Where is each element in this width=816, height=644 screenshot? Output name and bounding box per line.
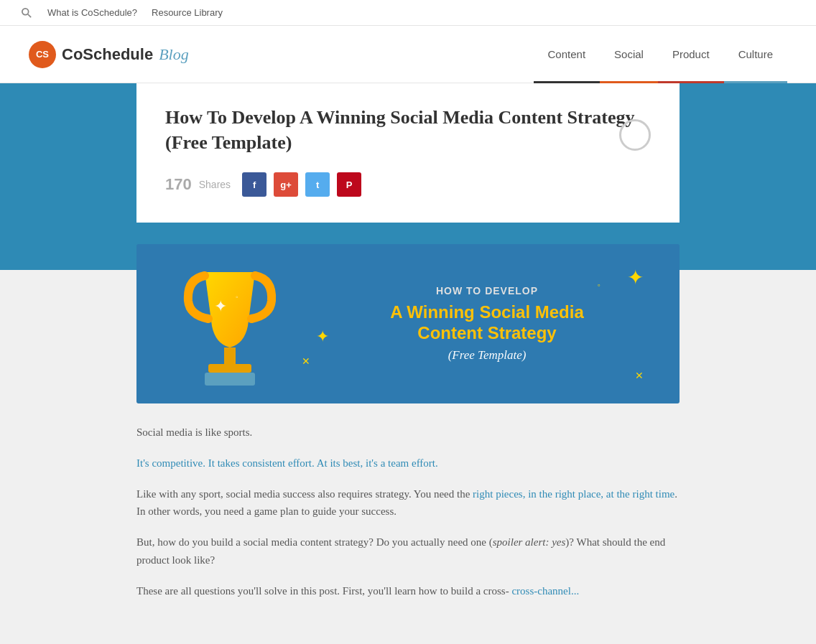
main-nav: Content Social Product Culture bbox=[534, 26, 787, 83]
pinterest-icon: P bbox=[346, 179, 353, 190]
logo-text: CoSchedule bbox=[62, 45, 153, 64]
top-bar: What is CoSchedule? Resource Library bbox=[0, 0, 816, 26]
svg-rect-3 bbox=[208, 364, 251, 373]
featured-image: ✦ ◦ ✕ ✕ ✦ bbox=[136, 244, 680, 403]
body-p3-link-pieces[interactable]: right pieces, in the right place, at the… bbox=[473, 488, 674, 500]
svg-point-0 bbox=[22, 8, 29, 14]
resource-library-link[interactable]: Resource Library bbox=[152, 7, 223, 18]
body-p1: Social media is like sports. bbox=[136, 424, 680, 442]
sparkle-bottom-icon: ✕ bbox=[302, 355, 310, 368]
search-icon[interactable] bbox=[22, 8, 33, 18]
pinterest-share-button[interactable]: P bbox=[337, 172, 361, 197]
body-p2: It's competitive. It takes consistent ef… bbox=[136, 454, 680, 472]
logo-icon: CS bbox=[29, 41, 56, 68]
nav-social[interactable]: Social bbox=[600, 26, 658, 83]
body-p3-text: Like with any sport, social media succes… bbox=[136, 488, 473, 500]
fi-title: A Winning Social MediaContent Strategy bbox=[316, 302, 658, 344]
gplus-share-button[interactable]: g+ bbox=[274, 172, 298, 197]
article-header-card: How To Develop A Winning Social Media Co… bbox=[136, 83, 680, 223]
featured-image-text: HOW TO DEVELOP A Winning Social MediaCon… bbox=[302, 285, 658, 363]
svg-rect-2 bbox=[224, 347, 236, 365]
nav-content[interactable]: Content bbox=[534, 26, 601, 83]
featured-image-trophy: ✦ ◦ bbox=[158, 258, 302, 391]
svg-rect-4 bbox=[205, 373, 255, 386]
body-p5-link[interactable]: cross-channel... bbox=[509, 585, 579, 597]
logo-blog: Blog bbox=[159, 45, 189, 64]
body-p4: But, how do you build a social media con… bbox=[136, 533, 680, 569]
shares-row: 170 Shares f g+ t P bbox=[165, 172, 651, 197]
body-p5-text: These are all questions you'll solve in … bbox=[136, 585, 509, 597]
loading-circle bbox=[619, 119, 651, 151]
shares-label: Shares bbox=[199, 179, 231, 190]
fi-subtitle2: (Free Template) bbox=[316, 348, 658, 363]
twitter-share-button[interactable]: t bbox=[305, 172, 330, 197]
hero-section: How To Develop A Winning Social Media Co… bbox=[0, 83, 816, 223]
body-p4-start: But, how do you build a social media con… bbox=[136, 536, 493, 548]
facebook-icon: f bbox=[253, 179, 256, 190]
sparkle-large-icon: ✦ bbox=[316, 327, 329, 346]
body-p3: Like with any sport, social media succes… bbox=[136, 485, 680, 521]
gplus-icon: g+ bbox=[280, 179, 292, 190]
header: CS CoSchedule Blog Content Social Produc… bbox=[0, 26, 816, 83]
what-is-coschedule-link[interactable]: What is CoSchedule? bbox=[47, 7, 137, 18]
svg-text:◦: ◦ bbox=[236, 293, 238, 301]
facebook-share-button[interactable]: f bbox=[242, 172, 266, 197]
sparkle-icon: ✦ bbox=[627, 266, 644, 289]
article-title: How To Develop A Winning Social Media Co… bbox=[165, 105, 651, 155]
sparkle-bottom-right-icon: ✕ bbox=[635, 370, 644, 382]
body-p4-italic: spoiler alert: yes bbox=[493, 536, 566, 548]
nav-product[interactable]: Product bbox=[658, 26, 724, 83]
content-section: ✦ ◦ ✕ ✕ ✦ bbox=[0, 223, 816, 641]
fi-subtitle: HOW TO DEVELOP bbox=[316, 285, 658, 297]
nav-culture[interactable]: Culture bbox=[724, 26, 787, 83]
article-body: Social media is like sports. It's compet… bbox=[136, 424, 680, 599]
shares-count: 170 bbox=[165, 175, 192, 194]
twitter-icon: t bbox=[316, 179, 319, 190]
body-p2-link[interactable]: It's competitive. It takes consistent ef… bbox=[136, 457, 438, 469]
svg-line-1 bbox=[28, 14, 31, 17]
logo[interactable]: CS CoSchedule Blog bbox=[29, 41, 189, 68]
trophy-svg: ✦ ◦ bbox=[172, 258, 287, 391]
sparkle-small-icon: ◦ bbox=[598, 280, 601, 291]
body-p5: These are all questions you'll solve in … bbox=[136, 582, 680, 600]
svg-text:✦: ✦ bbox=[214, 297, 227, 315]
